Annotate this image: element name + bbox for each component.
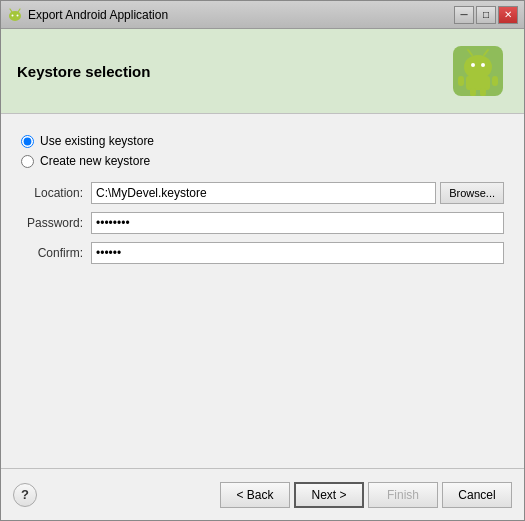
minimize-button[interactable]: ─ <box>454 6 474 24</box>
back-button[interactable]: < Back <box>220 482 290 508</box>
footer-right: < Back Next > Finish Cancel <box>220 482 512 508</box>
svg-point-7 <box>471 63 475 67</box>
svg-line-3 <box>10 9 12 12</box>
footer-section: ? < Back Next > Finish Cancel <box>1 468 524 520</box>
android-logo <box>448 41 508 101</box>
location-label: Location: <box>21 186 91 200</box>
svg-point-6 <box>464 55 492 79</box>
title-bar-left: Export Android Application <box>7 7 168 23</box>
svg-rect-13 <box>492 76 498 86</box>
title-bar: Export Android Application ─ □ ✕ <box>1 1 524 29</box>
cancel-button[interactable]: Cancel <box>442 482 512 508</box>
main-window: Export Android Application ─ □ ✕ Keystor… <box>0 0 525 521</box>
password-label: Password: <box>21 216 91 230</box>
svg-point-0 <box>9 11 21 21</box>
create-new-label[interactable]: Create new keystore <box>40 154 150 168</box>
svg-rect-11 <box>466 76 490 90</box>
svg-point-8 <box>481 63 485 67</box>
svg-point-1 <box>12 14 14 16</box>
page-title: Keystore selection <box>17 63 150 80</box>
keystore-radio-group: Use existing keystore Create new keystor… <box>21 134 504 168</box>
svg-line-4 <box>18 9 20 12</box>
use-existing-row: Use existing keystore <box>21 134 504 148</box>
confirm-row: Confirm: <box>21 242 504 264</box>
footer-left: ? <box>13 483 37 507</box>
next-button[interactable]: Next > <box>294 482 364 508</box>
finish-button[interactable]: Finish <box>368 482 438 508</box>
use-existing-label[interactable]: Use existing keystore <box>40 134 154 148</box>
password-input[interactable] <box>91 212 504 234</box>
browse-button[interactable]: Browse... <box>440 182 504 204</box>
confirm-input[interactable] <box>91 242 504 264</box>
help-button[interactable]: ? <box>13 483 37 507</box>
content-area: Keystore selection <box>1 29 524 520</box>
location-row: Location: Browse... <box>21 182 504 204</box>
create-new-radio[interactable] <box>21 155 34 168</box>
password-row: Password: <box>21 212 504 234</box>
title-bar-buttons: ─ □ ✕ <box>454 6 518 24</box>
create-new-row: Create new keystore <box>21 154 504 168</box>
svg-rect-15 <box>480 88 486 96</box>
svg-rect-14 <box>470 88 476 96</box>
window-title: Export Android Application <box>28 8 168 22</box>
svg-point-2 <box>17 14 19 16</box>
close-button[interactable]: ✕ <box>498 6 518 24</box>
maximize-button[interactable]: □ <box>476 6 496 24</box>
window-icon <box>7 7 23 23</box>
confirm-label: Confirm: <box>21 246 91 260</box>
svg-rect-12 <box>458 76 464 86</box>
header-section: Keystore selection <box>1 29 524 114</box>
location-input[interactable] <box>91 182 436 204</box>
use-existing-radio[interactable] <box>21 135 34 148</box>
main-section: Use existing keystore Create new keystor… <box>1 114 524 468</box>
